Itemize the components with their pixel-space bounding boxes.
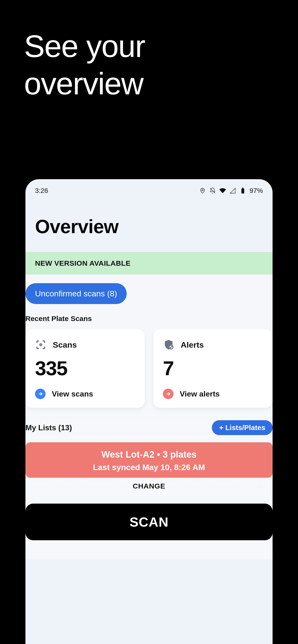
my-lists-label: My Lists (13) <box>26 423 72 432</box>
alerts-card-value: 7 <box>163 357 263 380</box>
promo-line-1: See your <box>24 28 145 65</box>
active-lot-card[interactable]: West Lot-A2 • 3 plates Last synced May 1… <box>26 442 272 478</box>
promo-headline: See your overview <box>24 28 145 102</box>
status-right-cluster: 97% <box>199 187 263 194</box>
alerts-card[interactable]: Alerts 7 View alerts <box>153 330 272 408</box>
location-pin-icon <box>199 187 206 194</box>
view-alerts-link[interactable]: View alerts <box>163 388 263 399</box>
scan-button[interactable]: SCAN <box>26 504 272 540</box>
cell-signal-icon <box>229 187 236 194</box>
view-scans-link[interactable]: View scans <box>35 388 135 399</box>
overview-section: Unconfirmed scans (8) Recent Plate Scans… <box>26 274 272 560</box>
scans-card-value: 335 <box>35 357 135 380</box>
alerts-card-title: Alerts <box>181 340 204 350</box>
page-title: Overview <box>35 216 263 238</box>
add-lists-plates-button[interactable]: + Lists/Plates <box>212 420 272 435</box>
change-button[interactable]: CHANGE <box>26 482 272 490</box>
svg-rect-2 <box>241 188 244 194</box>
wifi-icon <box>219 187 226 194</box>
arrow-right-icon <box>163 388 174 399</box>
scans-card-title: Scans <box>53 340 77 350</box>
notifications-off-icon <box>209 187 216 194</box>
view-alerts-label: View alerts <box>180 390 220 398</box>
phone-frame: 3:26 97% Overview NEW VERSION AVAILABLE <box>26 179 272 644</box>
promo-line-2: overview <box>24 65 145 102</box>
active-lot-synced: Last synced May 10, 8:26 AM <box>30 463 268 472</box>
svg-point-0 <box>202 190 203 191</box>
status-time: 3:26 <box>35 187 48 194</box>
arrow-right-icon <box>35 388 46 399</box>
active-lot-title: West Lot-A2 • 3 plates <box>30 450 268 460</box>
status-bar: 3:26 97% <box>26 179 272 196</box>
status-battery-percent: 97% <box>249 187 263 194</box>
unconfirmed-scans-button[interactable]: Unconfirmed scans (8) <box>26 283 127 304</box>
svg-rect-3 <box>242 188 244 188</box>
new-version-banner[interactable]: NEW VERSION AVAILABLE <box>26 252 272 274</box>
view-scans-label: View scans <box>52 390 93 398</box>
scan-target-icon <box>35 339 47 350</box>
shield-alert-icon <box>163 339 175 350</box>
battery-icon <box>239 187 246 194</box>
scans-card[interactable]: Scans 335 View scans <box>26 330 145 408</box>
svg-point-4 <box>40 344 42 346</box>
recent-scans-label: Recent Plate Scans <box>26 314 272 323</box>
